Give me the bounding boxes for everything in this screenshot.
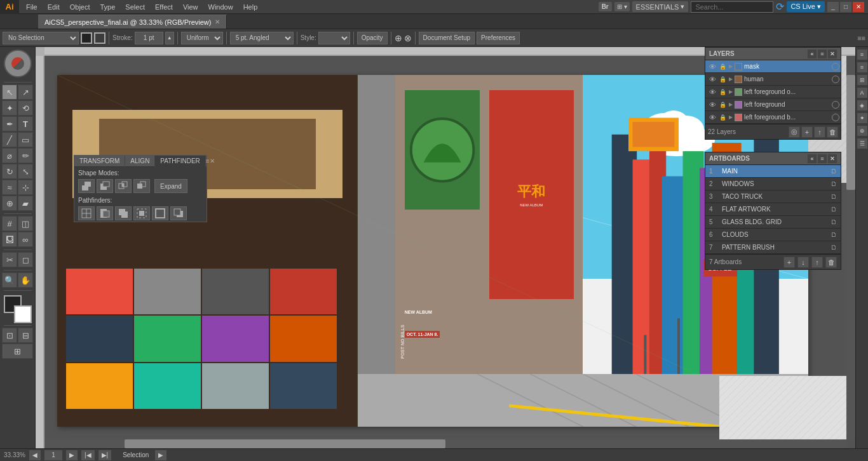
exclude-btn[interactable] [133,179,150,193]
layer-row-human[interactable]: 👁 🔒 ▶ human [705,73,841,86]
mesh-tool-btn[interactable]: # [2,216,17,231]
selection-tool-btn[interactable]: ↖ [2,84,17,100]
menu-window[interactable]: Window [204,2,238,12]
document-setup-btn[interactable]: Document Setup [419,32,475,44]
menu-select[interactable]: Select [121,2,149,12]
document-tab[interactable]: AiCS5_perspective_final.ai @ 33.33% (RGB… [38,15,227,29]
artboards-panel-collapse-btn[interactable]: « [808,154,817,163]
stroke-uniform-dropdown[interactable]: Uniform [181,32,223,44]
layer-row-mask[interactable]: 👁 🔒 ▶ mask [705,60,841,73]
menu-type[interactable]: Type [96,2,120,12]
screen-mode-btn[interactable]: ⊟ [18,328,33,343]
artboard-row-main[interactable]: 1 MAIN 🗋 [705,165,841,178]
artboards-panel-menu-btn[interactable]: ≡ [818,154,827,163]
horizontal-scrollbar[interactable] [44,439,846,448]
expand-icon-fg2[interactable]: ▶ [727,99,735,110]
stroke-value-input[interactable] [135,32,163,44]
zoom-in-btn[interactable]: ▶ [66,450,78,460]
artboard-nav-input[interactable] [44,450,62,460]
menu-help[interactable]: Help [239,2,262,12]
column-graph-btn[interactable]: ▰ [18,196,33,211]
line-tool-btn[interactable]: ╱ [2,132,17,147]
stroke-up-icon[interactable]: ▲ [165,32,174,44]
tp-close-btn[interactable]: ✕ [210,156,215,167]
expand-icon-human[interactable]: ▶ [727,74,735,85]
lock-icon-fg1[interactable]: 🔒 [718,86,727,98]
direct-select-tool-btn[interactable]: ↗ [18,84,33,100]
expand-icon-fg1[interactable]: ▶ [727,86,735,98]
brush-dropdown[interactable]: 5 pt. Angled [230,32,294,44]
pathfinder-tab[interactable]: PATHFINDER [155,156,205,167]
transform-tab[interactable]: TRANSFORM [74,156,125,167]
lock-icon-fg2[interactable]: 🔒 [718,99,727,110]
layers-panel-menu-btn[interactable]: ≡ [818,50,827,58]
fill-swatch[interactable] [81,32,92,44]
eye-icon-human[interactable]: 👁 [707,74,718,85]
right-btn-5[interactable]: ◈ [857,100,867,110]
gradient-tool-btn[interactable]: ◫ [18,216,33,231]
minus-back-btn[interactable] [170,206,187,220]
right-btn-3[interactable]: ⊞ [857,75,867,85]
minus-front-btn[interactable] [97,179,113,193]
expand-btn[interactable]: Expand [154,179,187,193]
outline-btn[interactable] [152,206,168,220]
scale-tool-btn[interactable]: ⤡ [18,164,33,179]
add-layer-btn[interactable]: + [801,126,813,138]
first-artboard-btn[interactable]: |◀ [81,450,95,460]
background-color-swatch[interactable] [14,305,32,323]
move-artboard-down-btn[interactable]: ↓ [797,257,809,268]
free-transform-btn[interactable]: ⊹ [18,180,33,195]
zoom-out-btn[interactable]: ◀ [29,450,41,460]
tool-mode-arrow-btn[interactable]: ▶ [155,450,166,460]
menu-object[interactable]: Object [65,2,95,12]
right-btn-1[interactable]: ≡ [857,50,867,60]
layers-panel-collapse-btn[interactable]: « [808,50,817,58]
lock-icon-fg3[interactable]: 🔒 [718,112,727,123]
artboard-row-clouds[interactable]: 6 CLOUDS 🗋 [705,229,841,241]
pencil-tool-btn[interactable]: ✏ [18,148,33,163]
move-selection-btn[interactable]: ↑ [814,126,825,138]
expand-icon-fg3[interactable]: ▶ [727,112,735,123]
eraser-tool-btn[interactable]: ◻ [18,252,33,267]
right-btn-2[interactable]: ≡ [857,62,867,72]
bridge-btn[interactable]: Br [599,2,612,11]
preferences-btn[interactable]: Preferences [477,32,520,44]
eyedropper-tool-btn[interactable]: ⛾ [2,232,17,247]
eye-icon-mask[interactable]: 👁 [707,61,718,72]
paintbrush-tool-btn[interactable]: ⌀ [2,148,17,163]
rect-tool-btn[interactable]: ▭ [18,132,33,147]
right-btn-7[interactable]: ⊕ [857,126,867,136]
layer-row-fg1[interactable]: 👁 🔒 ▶ left foreground o... [705,86,841,98]
restore-btn[interactable]: □ [840,2,851,12]
expand-icon-mask[interactable]: ▶ [727,61,735,72]
change-screen-btn[interactable]: ⊞ [2,344,33,359]
blend-tool-btn[interactable]: ∞ [18,232,33,247]
artboard-row-flat[interactable]: 4 FLAT ARTWORK 🗋 [705,203,841,216]
add-artboard-btn[interactable]: + [783,257,795,268]
warp-tool-btn[interactable]: ≈ [2,180,17,195]
artboard-row-taco[interactable]: 3 TACO TRUCK 🗋 [705,190,841,203]
merge-btn[interactable] [115,206,132,220]
style-dropdown[interactable] [318,32,350,44]
unite-btn[interactable] [78,179,95,193]
selection-dropdown[interactable]: No Selection [3,32,79,44]
pen-tool-btn[interactable]: ✒ [2,116,17,131]
layer-row-fg3[interactable]: 👁 🔒 ▶ left foreground b... [705,111,841,124]
isolate-icon[interactable]: ⊕ [395,33,402,43]
magic-wand-tool-btn[interactable]: ✦ [2,100,17,116]
intersect-btn[interactable] [115,179,132,193]
eye-icon-fg2[interactable]: 👁 [707,99,718,110]
crop-btn[interactable] [133,206,150,220]
search-input[interactable] [691,1,773,13]
vertical-scrollbar[interactable] [846,56,855,439]
menu-edit[interactable]: Edit [43,2,64,12]
artboards-panel-close-btn[interactable]: ✕ [828,154,837,163]
artboard-row-pattern[interactable]: 7 PATTERN BRUSH 🗋 [705,241,841,254]
lock-icon-human[interactable]: 🔒 [718,74,727,85]
cslive-btn[interactable]: CS Live ▾ [787,1,825,12]
right-btn-6[interactable]: ✦ [857,113,867,123]
right-btn-8[interactable]: ☰ [857,138,867,149]
eye-icon-fg1[interactable]: 👁 [707,86,718,98]
delete-artboard-btn[interactable]: 🗑 [825,257,837,268]
compass-widget[interactable] [4,50,32,77]
